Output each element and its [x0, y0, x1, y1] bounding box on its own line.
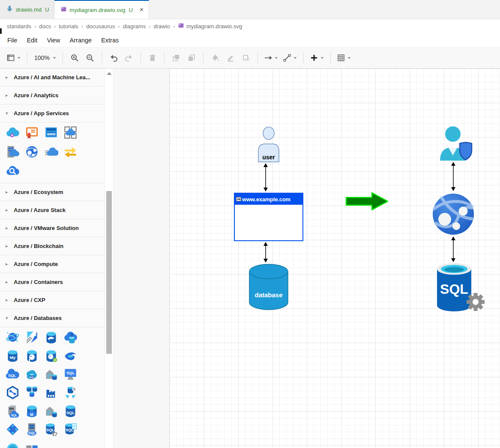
connection-arrow-button[interactable]	[264, 52, 278, 64]
breadcrumb-item-drawio[interactable]: drawio	[154, 23, 170, 30]
editor-tab-mydiagram.drawio.svg[interactable]: mydiagram.drawio.svgU×	[54, 0, 149, 19]
app-service-plans-icon[interactable]	[6, 145, 20, 159]
toolbar-separator	[27, 52, 27, 63]
menu-arrange[interactable]: Arrange	[65, 35, 97, 45]
palette-section-label: Azure / Containers	[14, 279, 63, 285]
instance-pools-icon[interactable]	[44, 404, 58, 418]
undo-button[interactable]	[108, 52, 119, 64]
user-shape[interactable]: user	[257, 127, 280, 163]
breadcrumb-item-diagrams[interactable]: diagrams	[123, 23, 146, 30]
cosmos-db-icon[interactable]	[6, 330, 20, 344]
sql-managed-instance-icon[interactable]: SQL	[25, 367, 39, 381]
sql-vm-icon[interactable]: SQL	[63, 367, 78, 381]
sql-database-gear-icon[interactable]: SQL	[44, 422, 58, 436]
cognitive-search-icon[interactable]	[6, 164, 20, 178]
zoom-in-button[interactable]	[69, 52, 80, 64]
database-cylinder-shape[interactable]: database	[248, 263, 289, 311]
palette-section-azure-compute[interactable]: ▸Azure / Compute	[0, 255, 105, 273]
mysql-icon[interactable]: My	[6, 349, 20, 363]
app-service-certificates-icon[interactable]	[25, 125, 39, 140]
palette-section-azure-ecosystem[interactable]: ▸Azure / Ecosystem	[0, 183, 105, 201]
breadcrumb-item-docusaurus[interactable]: docusaurus	[86, 23, 115, 30]
breadcrumb-item-docs[interactable]: docs	[39, 23, 51, 30]
data-warehouse-icon[interactable]	[44, 385, 58, 400]
purview-icon[interactable]	[63, 349, 78, 363]
connector-user-browser[interactable]	[263, 163, 269, 191]
toolbar-separator	[330, 52, 331, 63]
palette-section-azure-ai-and-machine-lea-[interactable]: ▸Azure / AI and Machine Lea...	[0, 69, 105, 87]
browser-window-shape[interactable]: www.example.com	[234, 193, 303, 241]
sql-edge-icon[interactable]	[6, 385, 20, 400]
partial-circle-icon[interactable]	[6, 441, 20, 448]
app-service-domains-icon[interactable]: www	[44, 125, 58, 140]
sql-database-shape[interactable]: SQL	[435, 263, 486, 312]
palette-section-azure-blockchain[interactable]: ▸Azure / Blockchain	[0, 237, 105, 255]
table-button[interactable]	[337, 52, 351, 64]
scroll-up-arrow-icon[interactable]	[107, 72, 112, 75]
insert-button[interactable]	[310, 52, 324, 64]
sql-database-doc-icon[interactable]: SQL	[63, 422, 78, 436]
app-services-icon[interactable]	[25, 145, 39, 159]
sql-server-icon[interactable]: SQL	[25, 422, 39, 436]
diagram-page-grid[interactable]: user www.example.com	[169, 69, 500, 448]
breadcrumb-item-mydiagram.drawio.svg[interactable]: mydiagram.drawio.svg	[178, 22, 242, 30]
azure-sql-cloud-icon[interactable]: SQL	[6, 367, 20, 381]
mariadb-icon[interactable]	[44, 330, 58, 344]
breadcrumb-label: docs	[39, 23, 51, 30]
menu-extras[interactable]: Extras	[96, 35, 123, 45]
zoom-level-label: 100%	[33, 54, 51, 61]
menu-file[interactable]: File	[3, 35, 22, 45]
azure-user-shield-shape[interactable]	[437, 125, 477, 163]
breadcrumb-item-tutorials[interactable]: tutorials	[59, 23, 78, 30]
elastic-pool-icon[interactable]	[25, 385, 39, 400]
breadcrumb-label: docusaurus	[86, 23, 115, 30]
managed-database-icon[interactable]: M	[25, 404, 39, 418]
shadow-button	[240, 52, 251, 64]
palette-section-azure-vmware-solution[interactable]: ▸Azure / VMware Solution	[0, 219, 105, 237]
data-explorer-icon[interactable]	[25, 330, 39, 344]
app-service-globe-shape[interactable]	[432, 193, 475, 236]
scrollbar-thumb[interactable]	[106, 191, 112, 354]
connector-appservice-sql[interactable]	[450, 236, 456, 262]
zoom-out-button[interactable]	[84, 52, 96, 64]
api-management-icon[interactable]	[6, 125, 20, 140]
breadcrumb-separator: ›	[34, 23, 36, 30]
editor-tab-drawio.md[interactable]: drawio.mdU	[0, 0, 54, 19]
undo-icon	[109, 54, 118, 62]
docs-sql-icon[interactable]: SQL	[6, 404, 20, 418]
sql-stretch-icon[interactable]	[6, 422, 20, 436]
postgresql-icon[interactable]	[25, 349, 39, 363]
connection-line-button[interactable]	[283, 52, 297, 64]
diagram-canvas[interactable]: user www.example.com	[114, 69, 500, 448]
palette-section-azure-analytics[interactable]: ▸Azure / Analytics	[0, 87, 105, 105]
partial-squares-icon[interactable]	[25, 441, 39, 448]
palette-section-azure-cxp[interactable]: ▸Azure / CXP	[0, 291, 105, 309]
palette-section-azure-azure-stack[interactable]: ▸Azure / Azure Stack	[0, 201, 105, 219]
connector-browser-database[interactable]	[263, 242, 269, 263]
menu-view[interactable]: View	[42, 35, 65, 45]
tab-modified-badge: U	[45, 6, 49, 13]
menu-edit[interactable]: Edit	[22, 35, 42, 45]
connector-user-appservice[interactable]	[450, 162, 456, 191]
cdn-profiles-icon[interactable]	[44, 145, 58, 159]
green-right-arrow-shape[interactable]	[345, 191, 389, 211]
palette-section-azure-containers[interactable]: ▸Azure / Containers	[0, 273, 105, 291]
svg-text:SQL: SQL	[8, 373, 16, 378]
postgresql-flexible-icon[interactable]: e	[44, 349, 58, 363]
elastic-job-agent-icon[interactable]	[44, 367, 58, 381]
palette-section-azure-databases[interactable]: ▾Azure / Databases	[0, 309, 105, 327]
tab-close-icon[interactable]: ×	[140, 6, 144, 13]
tab-modified-badge: U	[129, 7, 132, 13]
breadcrumb-item-standards[interactable]: standards	[7, 23, 31, 30]
notification-hubs-icon[interactable]	[63, 145, 78, 159]
palette-section-azure-app-services[interactable]: ▾Azure / App Services	[0, 105, 105, 122]
app-service-environments-icon[interactable]	[63, 125, 78, 140]
redo-button	[123, 52, 135, 64]
page-view-button[interactable]	[6, 52, 21, 64]
database-restore-icon[interactable]	[63, 385, 78, 400]
palette-scrollbar[interactable]	[105, 69, 114, 448]
database-migration-icon[interactable]	[63, 330, 78, 344]
zoom-dropdown-button[interactable]: 100%	[33, 52, 57, 64]
sql-database-icon[interactable]: SQL	[63, 404, 78, 418]
svg-text:SQL: SQL	[66, 411, 75, 415]
